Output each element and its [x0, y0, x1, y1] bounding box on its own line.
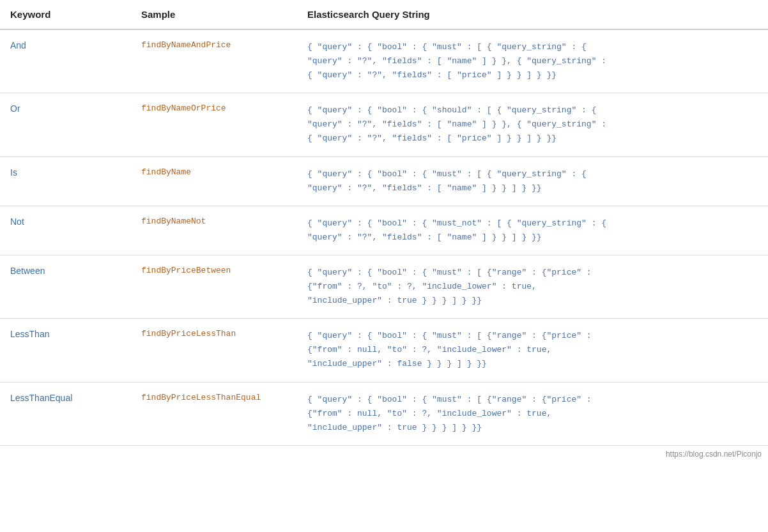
- table-row: LessThanEqualfindByPriceLessThanEqual{ "…: [0, 382, 768, 445]
- cell-keyword: Not: [0, 206, 131, 255]
- table-row: BetweenfindByPriceBetween{ "query" : { "…: [0, 255, 768, 318]
- query-line: "query" : "?", "fields" : [ "name" ] } }…: [307, 232, 542, 242]
- table-row: OrfindByNameOrPrice{ "query" : { "bool" …: [0, 93, 768, 156]
- footer-link: https://blog.csdn.net/Piconjo: [0, 446, 768, 462]
- cell-keyword: LessThanEqual: [0, 382, 131, 445]
- cell-sample: findByName: [131, 156, 297, 206]
- table-row: AndfindByNameAndPrice{ "query" : { "bool…: [0, 29, 768, 93]
- query-line: "query" : "?", "fields" : [ "name" ] } }…: [307, 119, 606, 129]
- query-line: "include_upper" : true } } } ] } }}: [307, 296, 482, 305]
- cell-query: { "query" : { "bool" : { "must" : [ {"ra…: [297, 255, 768, 318]
- keyword-text: And: [10, 40, 26, 50]
- header-query: Elasticsearch Query String: [297, 0, 768, 29]
- keyword-text: LessThan: [10, 329, 49, 339]
- query-line: "include_upper" : true } } } ] } }}: [307, 423, 482, 432]
- cell-query: { "query" : { "bool" : { "should" : [ { …: [297, 93, 768, 156]
- cell-keyword: And: [0, 29, 131, 93]
- cell-query: { "query" : { "bool" : { "must" : [ { "q…: [297, 29, 768, 93]
- cell-query: { "query" : { "bool" : { "must" : [ { "q…: [297, 156, 768, 206]
- table-row: IsfindByName{ "query" : { "bool" : { "mu…: [0, 156, 768, 206]
- table-header-row: Keyword Sample Elasticsearch Query Strin…: [0, 0, 768, 29]
- cell-keyword: LessThan: [0, 319, 131, 382]
- cell-query: { "query" : { "bool" : { "must" : [ {"ra…: [297, 319, 768, 382]
- cell-sample: findByPriceLessThan: [131, 319, 297, 382]
- query-line: { "query" : { "bool" : { "must" : [ { "q…: [307, 42, 587, 52]
- query-line: "query" : "?", "fields" : [ "name" ] } }…: [307, 183, 542, 193]
- query-line: { "query" : { "bool" : { "must" : [ {"ra…: [307, 268, 592, 277]
- data-table: Keyword Sample Elasticsearch Query Strin…: [0, 0, 768, 446]
- cell-sample: findByPriceBetween: [131, 255, 297, 318]
- query-line: {"from" : ?, "to" : ?, "include_lower" :…: [307, 282, 537, 291]
- keyword-text: LessThanEqual: [10, 393, 72, 403]
- query-line: "query" : "?", "fields" : [ "name" ] } }…: [307, 56, 606, 66]
- cell-keyword: Between: [0, 255, 131, 318]
- query-line: { "query" : { "bool" : { "must_not" : [ …: [307, 218, 606, 228]
- query-line: {"from" : null, "to" : ?, "include_lower…: [307, 345, 551, 354]
- query-line: { "query" : { "bool" : { "must" : [ { "q…: [307, 169, 587, 179]
- table-row: NotfindByNameNot{ "query" : { "bool" : {…: [0, 206, 768, 255]
- query-line: "include_upper" : false } } } ] } }}: [307, 359, 487, 369]
- cell-sample: findByPriceLessThanEqual: [131, 382, 297, 445]
- cell-sample: findByNameNot: [131, 206, 297, 255]
- table-row: LessThanfindByPriceLessThan{ "query" : {…: [0, 319, 768, 382]
- query-line: { "query" : { "bool" : { "must" : [ {"ra…: [307, 331, 592, 340]
- cell-query: { "query" : { "bool" : { "must_not" : [ …: [297, 206, 768, 255]
- keyword-text: Or: [10, 103, 20, 114]
- query-line: { "query" : { "bool" : { "should" : [ { …: [307, 105, 596, 115]
- cell-query: { "query" : { "bool" : { "must" : [ {"ra…: [297, 382, 768, 445]
- cell-keyword: Or: [0, 93, 131, 156]
- keyword-text: Not: [10, 217, 24, 227]
- main-container: Keyword Sample Elasticsearch Query Strin…: [0, 0, 768, 462]
- cell-sample: findByNameOrPrice: [131, 93, 297, 156]
- query-line: { "query" : { "bool" : { "must" : [ {"ra…: [307, 395, 592, 404]
- query-line: { "query" : "?", "fields" : [ "price" ] …: [307, 133, 557, 143]
- query-line: { "query" : "?", "fields" : [ "price" ] …: [307, 70, 557, 80]
- header-sample: Sample: [131, 0, 297, 29]
- keyword-text: Between: [10, 266, 45, 276]
- cell-sample: findByNameAndPrice: [131, 29, 297, 93]
- header-keyword: Keyword: [0, 0, 131, 29]
- query-line: {"from" : null, "to" : ?, "include_lower…: [307, 409, 551, 418]
- cell-keyword: Is: [0, 156, 131, 206]
- keyword-text: Is: [10, 167, 17, 178]
